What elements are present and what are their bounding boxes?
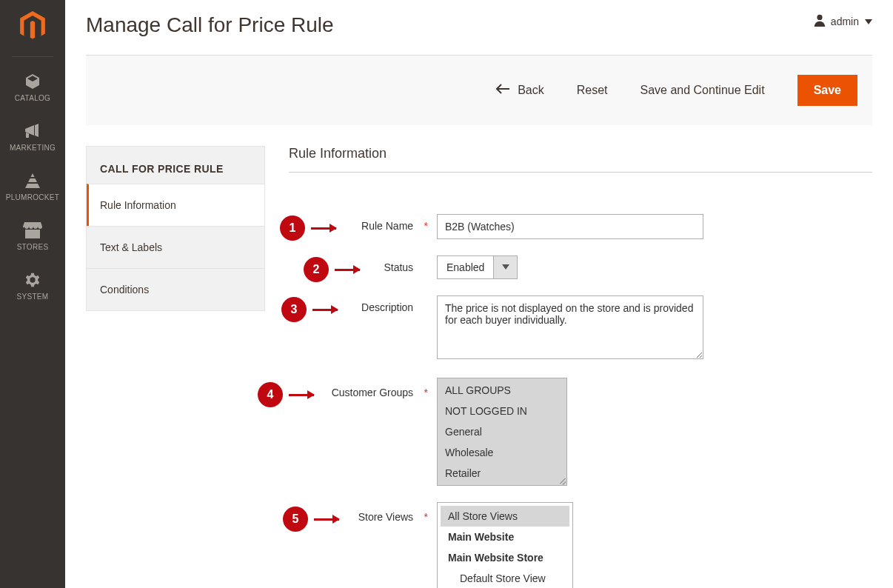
tab-label: Conditions	[100, 284, 149, 295]
admin-username: admin	[831, 16, 859, 27]
multiselect-option[interactable]: Retailer	[438, 463, 566, 484]
resize-handle-icon[interactable]	[557, 475, 566, 484]
description-textarea[interactable]: The price is not displayed on the store …	[437, 295, 703, 359]
tab-text-labels[interactable]: Text & Labels	[87, 226, 264, 268]
storefront-icon	[23, 221, 42, 240]
divider	[12, 56, 53, 57]
reset-label: Reset	[577, 84, 608, 97]
multiselect-option[interactable]: NOT LOGGED IN	[438, 401, 566, 421]
label-text: Customer Groups	[332, 387, 413, 398]
annotation-badge: 3	[281, 297, 307, 322]
annotation-4: 4	[258, 382, 314, 407]
save-button[interactable]: Save	[797, 75, 857, 106]
field-customer-groups: 4 Customer Groups * ALL GROUPS NOT LOGGE…	[289, 378, 872, 486]
annotation-2: 2	[304, 257, 360, 282]
required-mark: *	[422, 511, 428, 523]
rule-name-input[interactable]	[437, 214, 703, 239]
annotation-badge: 2	[304, 257, 329, 282]
nav-label: STORES	[17, 243, 49, 251]
nav-stores[interactable]: STORES	[0, 212, 65, 261]
nav-system[interactable]: SYSTEM	[0, 261, 65, 311]
page-title: Manage Call for Price Rule	[86, 13, 334, 37]
section-title: Rule Information	[289, 146, 872, 173]
store-option[interactable]: Default Store View	[441, 568, 569, 588]
annotation-1: 1	[280, 216, 336, 241]
save-continue-label: Save and Continue Edit	[641, 84, 765, 97]
label-text: Status	[384, 261, 413, 273]
annotation-3: 3	[281, 297, 338, 322]
nav-catalog[interactable]: CATALOG	[0, 63, 65, 113]
back-button[interactable]: Back	[495, 84, 544, 97]
tabs-panel: CALL FOR PRICE RULE Rule Information Tex…	[86, 146, 265, 311]
arrow-icon	[289, 394, 314, 396]
tab-label: Text & Labels	[100, 241, 162, 253]
reset-button[interactable]: Reset	[577, 84, 608, 97]
back-label: Back	[518, 84, 544, 97]
field-store-views: 5 Store Views * All Store Views Main Web…	[289, 502, 872, 588]
chevron-down-icon	[493, 256, 517, 278]
label-text: Store Views	[358, 511, 413, 523]
magento-logo-icon	[18, 9, 47, 43]
gear-icon	[24, 270, 41, 290]
store-option[interactable]: Main Website	[441, 527, 569, 547]
nav-label: PLUMROCKET	[6, 193, 59, 201]
label-text: Description	[361, 301, 413, 313]
arrow-icon	[314, 518, 339, 521]
cube-icon	[24, 72, 41, 91]
annotation-badge: 5	[283, 507, 308, 532]
action-bar: Back Reset Save and Continue Edit Save	[86, 55, 872, 125]
annotation-5: 5	[283, 507, 339, 532]
label-text: Rule Name	[361, 220, 413, 232]
arrow-icon	[311, 227, 336, 230]
customer-groups-multiselect[interactable]: ALL GROUPS NOT LOGGED IN General Wholesa…	[437, 378, 567, 486]
required-mark: *	[422, 220, 428, 232]
store-option[interactable]: All Store Views	[441, 506, 569, 527]
status-select[interactable]: Enabled	[437, 255, 518, 279]
nav-label: SYSTEM	[17, 293, 49, 301]
content: CALL FOR PRICE RULE Rule Information Tex…	[65, 125, 893, 588]
arrow-icon	[312, 309, 338, 311]
field-rule-name: 1 Rule Name *	[289, 214, 872, 239]
status-value: Enabled	[438, 256, 493, 278]
user-icon	[813, 13, 826, 29]
megaphone-icon	[24, 121, 41, 141]
main: Manage Call for Price Rule admin Back Re…	[65, 0, 893, 588]
store-option[interactable]: Main Website Store	[441, 547, 569, 568]
multiselect-option[interactable]: Wholesale	[438, 442, 566, 463]
multiselect-option[interactable]: ALL GROUPS	[438, 380, 566, 401]
tabs-title: CALL FOR PRICE RULE	[87, 147, 264, 184]
multiselect-option[interactable]: General	[438, 421, 566, 442]
tab-label: Rule Information	[100, 199, 176, 211]
form-panel: Rule Information 1 Rule Name *	[289, 146, 872, 588]
page-header: Manage Call for Price Rule admin	[65, 0, 893, 37]
field-description: 3 Description The price is not displayed…	[289, 295, 872, 361]
arrow-icon	[335, 269, 360, 271]
caret-down-icon	[865, 16, 872, 27]
admin-user-menu[interactable]: admin	[813, 13, 872, 29]
back-arrow-icon	[495, 84, 510, 97]
nav-label: MARKETING	[10, 144, 56, 152]
admin-sidebar: CATALOG MARKETING PLUMROCKET STORES SYST…	[0, 0, 65, 588]
nav-marketing[interactable]: MARKETING	[0, 113, 65, 162]
required-mark: *	[422, 387, 428, 398]
nav-label: CATALOG	[15, 94, 50, 102]
annotation-badge: 4	[258, 382, 283, 407]
pyramid-icon	[24, 171, 41, 190]
tab-conditions[interactable]: Conditions	[87, 268, 264, 310]
annotation-badge: 1	[280, 216, 305, 241]
save-continue-button[interactable]: Save and Continue Edit	[641, 84, 765, 97]
field-status: 2 Status Enabled	[289, 255, 872, 279]
store-views-multiselect[interactable]: All Store Views Main Website Main Websit…	[437, 502, 573, 588]
nav-plumrocket[interactable]: PLUMROCKET	[0, 162, 65, 212]
tab-rule-information[interactable]: Rule Information	[87, 184, 264, 226]
